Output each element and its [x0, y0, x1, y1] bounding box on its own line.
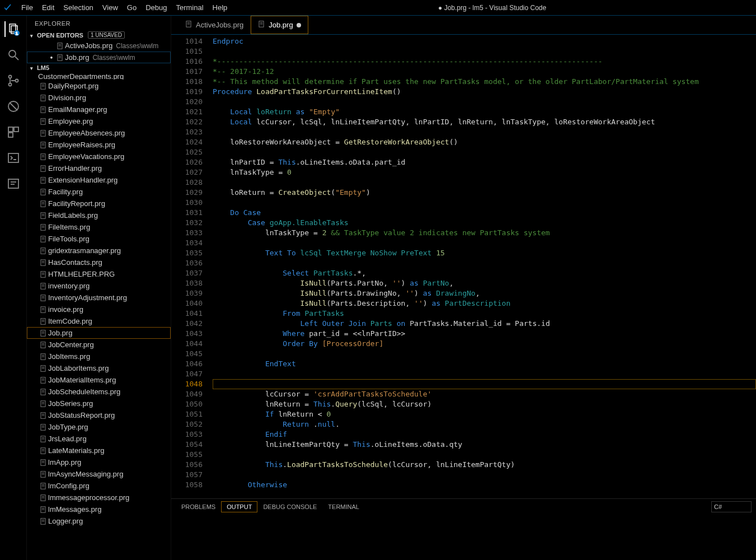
code-line[interactable]: loRestoreWorkAreaObject = GetRestoreWork…: [213, 137, 756, 147]
file-item[interactable]: Job.prg: [27, 327, 171, 339]
menu-edit[interactable]: Edit: [37, 1, 59, 14]
code-line[interactable]: [213, 258, 756, 268]
code-line[interactable]: Where part_id = <<lnPartID>>: [213, 329, 756, 339]
code-content[interactable]: Endproc *-------------------------------…: [213, 35, 756, 498]
code-line[interactable]: [213, 238, 756, 248]
code-line[interactable]: IsNull(Parts.PartNo, '') as PartNo,: [213, 278, 756, 288]
file-item[interactable]: Facility.prg: [27, 186, 171, 198]
code-line[interactable]: IsNull(Parts.Description, '') as PartDes…: [213, 298, 756, 309]
panel-tab-output[interactable]: OUTPUT: [221, 501, 257, 512]
file-item[interactable]: InventoryAdjustment.prg: [27, 292, 171, 304]
file-item[interactable]: Employee.prg: [27, 115, 171, 127]
code-line[interactable]: [213, 198, 756, 208]
code-line[interactable]: Left Outer Join Parts on PartTasks.Mater…: [213, 319, 756, 329]
file-item[interactable]: FieldLabels.prg: [27, 209, 171, 221]
code-line[interactable]: *-- This method will determine if Part u…: [213, 77, 756, 87]
open-editor-item[interactable]: ●Job.prgClasses\wwlm: [27, 52, 171, 63]
file-item[interactable]: EmployeeVacations.prg: [27, 151, 171, 162]
menu-help[interactable]: Help: [208, 1, 232, 14]
code-line[interactable]: Local lcCursor, lcSql, lnLineItemPartQty…: [213, 117, 756, 127]
code-line[interactable]: lnReturn = This.Query(lcSql, lcCursor): [213, 399, 756, 409]
panel-tab-debug-console[interactable]: DEBUG CONSOLE: [257, 501, 322, 512]
project-header[interactable]: LM5: [27, 63, 171, 72]
file-item[interactable]: ExtensionHandler.prg: [27, 174, 171, 186]
menu-debug[interactable]: Debug: [141, 1, 171, 14]
code-line[interactable]: [213, 97, 756, 107]
file-item[interactable]: DailyReport.prg: [27, 80, 171, 92]
code-line[interactable]: From PartTasks: [213, 309, 756, 319]
code-line[interactable]: *-- 2017-12-12: [213, 67, 756, 77]
code-line[interactable]: lnTaskType = 0: [213, 167, 756, 178]
file-item[interactable]: LateMaterials.prg: [27, 445, 171, 456]
code-line[interactable]: Text To lcSql TextMerge NoShow PreText 1…: [213, 248, 756, 258]
file-item[interactable]: FileTools.prg: [27, 233, 171, 245]
source-control-icon[interactable]: [6, 73, 21, 88]
file-item[interactable]: lmmessageprocessor.prg: [27, 492, 171, 503]
file-item[interactable]: ErrorHandler.prg: [27, 162, 171, 174]
open-editor-item[interactable]: ActiveJobs.prgClasses\wwlm: [27, 40, 171, 52]
menu-view[interactable]: View: [98, 1, 123, 14]
code-line[interactable]: EndText: [213, 359, 756, 369]
output-icon[interactable]: [6, 176, 21, 192]
menu-selection[interactable]: Selection: [59, 1, 97, 14]
extensions-icon[interactable]: [6, 124, 21, 140]
code-line[interactable]: [213, 147, 756, 157]
file-item[interactable]: JobStatusReport.prg: [27, 409, 171, 421]
file-item[interactable]: Logger.prg: [27, 515, 171, 527]
file-item[interactable]: invoice.prg: [27, 304, 171, 315]
code-line[interactable]: Return .null.: [213, 419, 756, 430]
file-item[interactable]: gridextrasmanager.prg: [27, 245, 171, 256]
search-icon[interactable]: [6, 47, 21, 63]
file-item[interactable]: JobScheduleItems.prg: [27, 386, 171, 398]
panel-tab-problems[interactable]: PROBLEMS: [176, 501, 221, 512]
code-line[interactable]: loReturn = CreateObject("Empty"): [213, 188, 756, 198]
file-item[interactable]: JobType.prg: [27, 421, 171, 433]
file-item[interactable]: FacilityReport.prg: [27, 198, 171, 209]
file-item[interactable]: ItemCode.prg: [27, 315, 171, 327]
open-editors-header[interactable]: OPEN EDITORS 1 UNSAVED: [27, 30, 171, 40]
file-item[interactable]: CustomerDepartments.prg: [27, 72, 171, 80]
code-line[interactable]: Select PartTasks.*,: [213, 268, 756, 278]
file-item[interactable]: Division.prg: [27, 92, 171, 104]
code-line[interactable]: [213, 46, 756, 57]
menu-file[interactable]: File: [17, 1, 37, 14]
file-item[interactable]: HTMLHELPER.PRG: [27, 268, 171, 280]
editor-tab[interactable]: Job.prg: [251, 16, 308, 34]
debug-icon[interactable]: [6, 99, 21, 114]
panel-tab-terminal[interactable]: TERMINAL: [322, 501, 365, 512]
code-area[interactable]: 1014101510161017101810191020102110221023…: [171, 35, 756, 498]
file-item[interactable]: inventory.prg: [27, 280, 171, 292]
file-item[interactable]: EmployeeRaises.prg: [27, 139, 171, 151]
code-line[interactable]: lnLineItemPartQty = This.oLineItems.oDat…: [213, 440, 756, 450]
file-item[interactable]: lmAsyncMessaging.prg: [27, 468, 171, 480]
code-line[interactable]: [213, 470, 756, 480]
menu-terminal[interactable]: Terminal: [171, 1, 208, 14]
file-item[interactable]: HasContacts.prg: [27, 256, 171, 268]
file-item[interactable]: JobLaborItems.prg: [27, 362, 171, 374]
editor-tab[interactable]: ActiveJobs.prg: [178, 16, 251, 34]
file-item[interactable]: EmailManager.prg: [27, 104, 171, 115]
code-line[interactable]: Local loReturn as "Empty": [213, 107, 756, 117]
file-item[interactable]: FileItems.prg: [27, 221, 171, 233]
file-item[interactable]: JobSeries.prg: [27, 398, 171, 409]
code-line[interactable]: lcCursor = 'csrAddPartTasksToSchedule': [213, 389, 756, 399]
menu-go[interactable]: Go: [123, 1, 141, 14]
code-line[interactable]: [213, 450, 756, 460]
code-line[interactable]: [213, 178, 756, 188]
file-item[interactable]: EmployeeAbsences.prg: [27, 127, 171, 139]
file-item[interactable]: JobItems.prg: [27, 351, 171, 362]
code-line[interactable]: [213, 349, 756, 359]
file-item[interactable]: JobMaterialItems.prg: [27, 374, 171, 386]
file-item[interactable]: lmConfig.prg: [27, 480, 171, 492]
code-line[interactable]: Procedure LoadPartTasksForCurrentLineIte…: [213, 87, 756, 97]
code-line[interactable]: This.LoadPartTasksToSchedule(lcCursor, l…: [213, 460, 756, 470]
code-line[interactable]: lnTaskType = 2 && TaskType value 2 indic…: [213, 228, 756, 238]
explorer-icon[interactable]: 1: [4, 21, 21, 37]
file-item[interactable]: lmApp.prg: [27, 456, 171, 468]
code-line[interactable]: [213, 379, 756, 389]
output-channel-select[interactable]: [711, 501, 752, 512]
code-line[interactable]: [213, 127, 756, 137]
file-item[interactable]: JrsLead.prg: [27, 433, 171, 445]
code-line[interactable]: Otherwise: [213, 480, 756, 490]
code-line[interactable]: [213, 369, 756, 379]
